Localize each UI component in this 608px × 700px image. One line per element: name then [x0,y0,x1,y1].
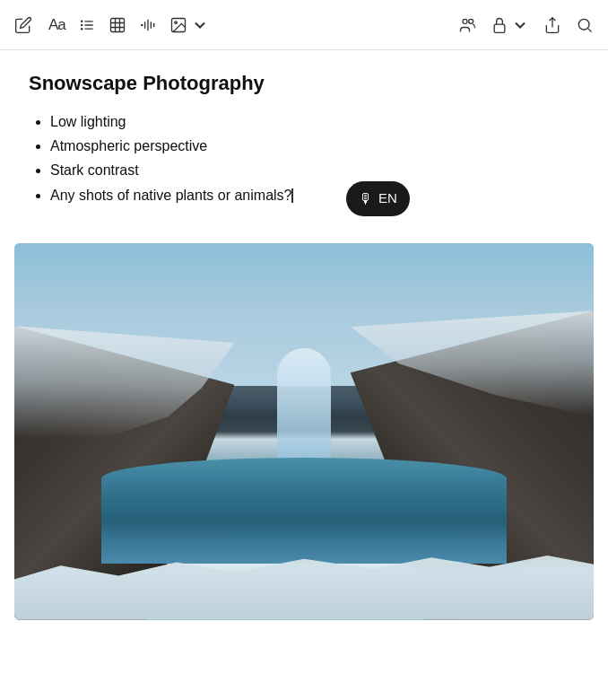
chevron-down-icon [191,16,209,34]
font-label: Aa [48,16,65,34]
list-item: Stark contrast [50,158,579,182]
share-icon[interactable] [543,16,561,34]
edit-icon[interactable] [14,16,32,34]
svg-point-0 [81,20,83,22]
microphone-icon: 🎙 [359,187,373,211]
snowscape-photo-container [14,243,594,620]
lock-icon[interactable] [491,16,529,34]
table-svg [109,16,126,34]
svg-rect-20 [494,24,505,32]
svg-rect-6 [110,18,124,31]
svg-line-23 [588,28,592,31]
svg-point-2 [81,23,83,26]
svg-point-22 [578,19,589,30]
voice-input-pill[interactable]: 🎙 EN [346,181,410,216]
toolbar-right-group [458,16,594,34]
lock-chevron-icon [511,16,529,34]
svg-point-19 [469,19,473,23]
list-icon[interactable] [78,16,96,34]
list-item: Atmospheric perspective [50,134,579,158]
document-title: Snowscape Photography [29,72,579,95]
share-svg [543,16,561,34]
svg-point-4 [81,27,83,30]
search-icon[interactable] [576,16,594,34]
svg-point-17 [175,21,178,22]
lock-svg [491,16,508,34]
image-svg [169,16,187,34]
search-svg [576,16,594,34]
audio-svg [139,16,157,34]
audio-icon[interactable] [139,16,157,34]
svg-point-18 [463,19,467,23]
list-item: Low lighting [50,109,579,134]
list-svg [78,16,96,34]
font-icon[interactable]: Aa [48,16,65,34]
table-icon[interactable] [109,16,126,34]
bullet-list: Low lighting Atmospheric perspective Sta… [29,109,579,207]
list-item: Any shots of native plants or animals? 🎙… [50,183,579,207]
toolbar-center-group: Aa [48,16,442,34]
edit-svg [14,16,32,34]
document-content: Snowscape Photography Low lighting Atmos… [0,50,608,229]
image-insert-icon[interactable] [169,16,209,34]
river-pool [101,458,507,564]
text-cursor [291,188,293,203]
voice-language-label: EN [378,187,397,210]
collab-svg [458,16,476,34]
collab-icon[interactable] [458,16,476,34]
snowscape-photo [14,243,594,620]
toolbar: Aa [0,0,608,50]
